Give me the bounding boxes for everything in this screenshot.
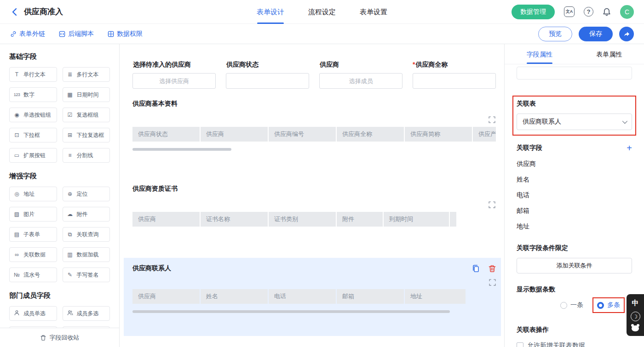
field-item-linked-data[interactable]: ∞关联数据 [9,247,57,262]
field-item-attachment[interactable]: ☁附件 [63,207,110,222]
field-item-image[interactable]: ▧图片 [9,207,57,222]
h-scrollbar[interactable] [132,148,231,151]
preview-button[interactable]: 预览 [538,27,572,41]
field-item-extend-button[interactable]: ▭扩展按钮 [9,148,57,163]
field-item-address[interactable]: ◎地址 [9,187,57,201]
field-item-number[interactable]: 123数字 [9,87,57,102]
supplier-fullname-input[interactable] [413,73,496,89]
radio-label: 多条 [607,301,620,309]
data-manage-button[interactable]: 数据管理 [512,5,555,19]
field-item-select[interactable]: ⊡下拉框 [9,128,57,142]
chevron-down-icon [622,119,627,124]
field-item-location[interactable]: ⊕定位 [63,187,110,201]
field-supplier-status[interactable]: 供应商状态 [226,61,309,89]
subform-header-row: 供应商 证书名称 证书类别 附件 到期时间 [132,212,496,227]
subform-supplier-cert[interactable]: 供应商资质证书 供应商 证书名称 证书类别 附件 到期时间 [132,185,496,227]
field-item-label: 数据加载 [77,251,99,259]
field-item-checkbox-group[interactable]: ☑复选框组 [63,108,110,122]
field-supplier-fullname[interactable]: *供应商全称 [413,61,496,89]
field-item-multi-line-text[interactable]: ≣多行文本 [63,67,110,82]
field-label: 选择待准入的供应商 [132,61,216,69]
backend-script-item[interactable]: 后端脚本 [59,30,94,38]
linked-table-group: 关联表 供应商联系人 [517,100,632,130]
field-item-single-line-text[interactable]: T单行文本 [9,67,57,82]
duplicate-button[interactable] [472,264,480,273]
header-bar: 供应商准入 表单设计 流程设定 表单设置 数据管理 文A ? C [0,0,644,24]
supplier-status-input[interactable] [226,73,309,89]
expand-icon[interactable] [488,278,496,286]
h-scrollbar[interactable] [132,310,450,313]
tab-flow-setting[interactable]: 流程设定 [308,0,336,24]
checkbox-label: 允许新增关联表数据 [527,341,585,347]
linked-field-item[interactable]: 电话 [517,187,632,203]
tab-label: 表单属性 [596,51,622,58]
data-load-icon: ▥ [66,251,74,258]
display-count-radio-single[interactable]: 一条 [560,301,583,309]
help-icon[interactable]: ? [584,7,593,17]
subform-header-row: 供应商 姓名 电话 邮箱 地址 [132,289,492,304]
column-header: 到期时间 [384,212,449,227]
ime-logo-icon[interactable] [632,325,639,331]
field-recycle-bin[interactable]: 字段回收站 [0,328,119,347]
field-item-member-multi[interactable]: 成员多选 [63,306,110,321]
external-link-item[interactable]: 表单外链 [10,30,45,38]
field-item-multi-select[interactable]: ⊞下拉复选框 [63,128,110,142]
column-header: 电话 [269,289,336,304]
tab-field-properties[interactable]: 字段属性 [505,44,575,64]
field-item-signature[interactable]: ✎手写签名 [63,267,110,282]
select-supplier-input[interactable] [132,73,216,89]
save-button[interactable]: 保存 [579,27,613,41]
serial-number-icon: № [13,272,21,278]
field-item-linked-query[interactable]: ⧉关联查询 [63,227,110,242]
recycle-bin-icon [40,335,46,341]
divider-icon: ≡ [66,152,74,159]
select-member-input[interactable] [319,73,402,89]
ime-state[interactable]: 中 [632,299,639,307]
expand-icon[interactable] [488,115,496,124]
linked-table-select[interactable]: 供应商联系人 [517,114,632,130]
avatar[interactable]: C [620,5,634,19]
tab-form-setting[interactable]: 表单设置 [360,0,387,24]
tab-form-properties[interactable]: 表单属性 [575,44,644,64]
linked-field-item[interactable]: 邮箱 [517,203,632,218]
form-canvas: 选择待准入的供应商 供应商状态 供应商 *供应商全称 供应商基本资 [120,44,504,347]
delete-button[interactable] [488,264,496,273]
column-header: 附件 [337,212,383,227]
notification-bell-icon[interactable] [603,8,611,16]
toolbar-link-label: 后端脚本 [68,30,94,38]
add-linked-field-button[interactable]: + [627,144,632,152]
field-item-datetime[interactable]: ▦日期时间 [63,87,110,102]
field-title-input-clipped[interactable] [517,67,632,80]
section-title-basic-fields: 基础字段 [9,52,110,61]
linked-field-item[interactable]: 姓名 [517,171,632,187]
data-permission-item[interactable]: 数据权限 [108,30,143,38]
subform-supplier-basic[interactable]: 供应商基本资料 供应商状态 供应商 供应商编号 供应商全称 供应商简称 供应产品 [132,100,496,151]
field-item-radio-group[interactable]: ◉单选按钮组 [9,108,57,122]
field-item-serial-number[interactable]: №流水号 [9,267,57,282]
share-button[interactable] [619,27,634,41]
field-item-label: 单选按钮组 [23,111,51,119]
field-item-subform[interactable]: ▤子表单 [9,227,57,242]
field-select-supplier[interactable]: 选择待准入的供应商 [132,61,216,89]
back-button[interactable] [9,7,19,17]
share-arrow-icon [623,30,630,37]
radio-group-icon: ◉ [13,112,21,118]
field-item-member-single[interactable]: 成员单选 [9,306,57,321]
expand-icon[interactable] [488,200,496,209]
moon-icon[interactable]: ☽ [631,312,640,321]
add-condition-button[interactable]: 添加关联条件 [517,258,632,273]
subform-supplier-contact[interactable]: 供应商联系人 供应商 姓名 电话 邮箱 [124,258,501,336]
field-item-divider[interactable]: ≡分割线 [63,148,110,163]
linked-field-item[interactable]: 地址 [517,218,632,234]
allow-add-linked-data-checkbox[interactable]: 允许新增关联表数据 [517,341,632,347]
field-item-data-load[interactable]: ▥数据加载 [63,247,110,262]
display-count-radio-multi[interactable]: 多条 [597,301,620,309]
linked-field-item[interactable]: 供应商 [517,156,632,171]
field-item-label: 子表单 [23,231,40,239]
language-icon[interactable]: 文A [564,6,575,17]
linked-fields-list: 供应商 姓名 电话 邮箱 地址 [517,156,632,234]
single-line-text-icon: T [13,71,21,78]
tab-form-design[interactable]: 表单设计 [257,0,284,24]
ime-widget: 中 ☽ [627,294,644,336]
field-supplier-member[interactable]: 供应商 [319,61,402,89]
